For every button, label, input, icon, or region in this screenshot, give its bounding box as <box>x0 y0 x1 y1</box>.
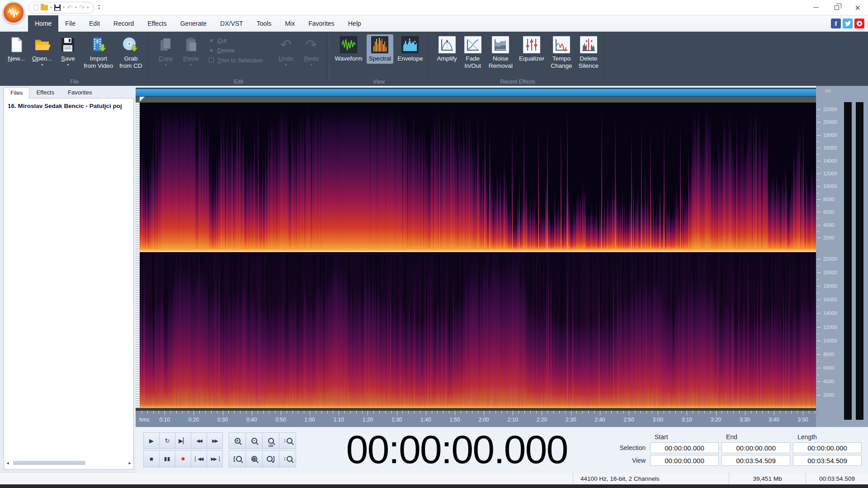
redo-dropdown-arrow-icon[interactable]: ▾ <box>87 5 89 9</box>
ribbon-button-tempo-change[interactable]: Tempo Change <box>548 34 574 70</box>
dropdown-arrow-icon[interactable]: ▾ <box>67 63 69 67</box>
ribbon-button-grab-from-cd[interactable]: Grab from CD <box>117 34 144 70</box>
twitter-icon[interactable] <box>843 19 853 28</box>
menu-tab-record[interactable]: Record <box>107 15 141 32</box>
ribbon-button-delete[interactable]: ×Delete <box>208 47 269 54</box>
save-icon[interactable] <box>54 5 61 11</box>
loop-button[interactable]: ↻ <box>159 432 175 449</box>
ribbon-button-save[interactable]: Save▾ <box>56 34 80 68</box>
new-document-icon[interactable] <box>34 5 38 10</box>
youtube-icon[interactable] <box>854 19 864 28</box>
zoom-vertical-out-button[interactable]: ↕ <box>279 450 296 467</box>
marker-strip[interactable] <box>136 97 816 103</box>
zoom-selection-start-button[interactable]: [ <box>229 450 246 467</box>
customize-toolbar-icon[interactable]: ▾ <box>98 5 100 10</box>
go-to-end-button[interactable]: ▶▶▕ <box>207 450 223 467</box>
ribbon-button-spectral[interactable]: Spectral <box>367 34 394 64</box>
menu-tab-generate[interactable]: Generate <box>174 15 213 32</box>
dropdown-arrow-icon[interactable]: ▾ <box>41 63 43 67</box>
redo-icon[interactable]: ↷ <box>79 4 85 11</box>
undo-icon[interactable]: ↶ <box>67 4 73 11</box>
restore-button[interactable] <box>826 0 847 15</box>
ribbon-button-waveform[interactable]: Waveform <box>333 34 365 64</box>
dropdown-arrow-icon[interactable]: ▾ <box>190 63 192 67</box>
menu-tab-mix[interactable]: Mix <box>278 15 302 32</box>
dropdown-arrow-icon[interactable]: ▾ <box>285 63 287 67</box>
view-length-value[interactable]: 00:03:54.509 <box>793 455 862 466</box>
stop-button[interactable]: ■ <box>143 450 160 467</box>
playhead-marker-icon[interactable] <box>140 97 145 102</box>
ribbon-button-noise-removal[interactable]: Noise Removal <box>486 34 515 70</box>
ribbon-button-fade-in-out[interactable]: Fade In/Out <box>461 34 485 70</box>
save-dropdown-arrow-icon[interactable]: ▾ <box>63 5 65 9</box>
play-to-end-button[interactable]: ▶▏ <box>175 432 191 449</box>
facebook-icon[interactable]: f <box>831 19 841 28</box>
sidebar-tab-favorites[interactable]: Favorites <box>61 87 99 98</box>
ribbon-button-copy[interactable]: Copy▾ <box>154 34 178 68</box>
ribbon-button-trim-to-selection[interactable]: Trim to Selection <box>208 57 269 64</box>
dropdown-arrow-icon[interactable]: ▾ <box>311 63 312 67</box>
ribbon-button-undo[interactable]: ↶Undo▾ <box>274 34 298 68</box>
frequency-label: 14000 <box>823 310 837 316</box>
selection-length-value[interactable]: 00:00:00.000 <box>793 442 862 453</box>
dropdown-arrow-icon[interactable]: ▾ <box>165 63 167 67</box>
scroll-right-icon[interactable]: ▸ <box>127 460 132 465</box>
record-button[interactable]: ● <box>175 450 191 467</box>
fast-forward-button[interactable]: ▶▶ <box>207 432 223 449</box>
ribbon-button-redo[interactable]: ↷Redo▾ <box>300 34 323 68</box>
zoom-100-button[interactable]: 100 <box>262 432 279 449</box>
scroll-left-icon[interactable]: ◂ <box>5 460 10 465</box>
view-end-value[interactable]: 00:03:54.509 <box>722 455 790 466</box>
zoom-selection-button[interactable]: ⊕ <box>245 450 263 467</box>
ribbon-button-amplify[interactable]: Amplify <box>434 34 459 64</box>
ribbon-button-open[interactable]: Open...▾ <box>30 34 54 68</box>
pause-button[interactable]: ▮▮ <box>159 450 175 467</box>
scrollbar-thumb[interactable] <box>13 461 85 465</box>
ribbon-button-import-from-video[interactable]: Import from Video <box>81 34 115 70</box>
zoom-in-button[interactable]: + <box>229 432 246 449</box>
file-list-hscrollbar[interactable]: ◂ ▸ <box>4 460 133 466</box>
spectrogram-right-channel[interactable] <box>136 252 816 408</box>
menu-tab-dx-vst[interactable]: DX/VST <box>213 15 250 32</box>
menu-tab-tools[interactable]: Tools <box>250 15 278 32</box>
time-ruler[interactable]: hms 0:100:200:300:400:501:001:101:201:30… <box>136 411 816 427</box>
zoom-out-button[interactable]: − <box>245 432 263 449</box>
ribbon-button-cut[interactable]: ×Cut <box>208 37 269 44</box>
view-start-value[interactable]: 00:00:00.000 <box>650 455 719 466</box>
menu-tab-favorites[interactable]: Favorites <box>302 15 341 32</box>
selection-start-value[interactable]: 00:00:00.000 <box>650 442 719 453</box>
app-logo-icon[interactable] <box>2 1 25 24</box>
frequency-minor-tick <box>817 293 819 293</box>
ribbon-button-envelope[interactable]: Envelope <box>395 34 425 64</box>
menu-bar: HomeFileEditRecordEffectsGenerateDX/VSTT… <box>0 15 868 32</box>
ruler-minor-tick <box>147 411 148 413</box>
zoom-selection-end-button[interactable]: ] <box>262 450 279 467</box>
play-button[interactable]: ▶ <box>143 432 160 449</box>
sidebar-tab-effects[interactable]: Effects <box>29 87 61 98</box>
open-folder-icon[interactable] <box>41 5 48 10</box>
close-button[interactable]: × <box>847 0 868 15</box>
go-to-start-button[interactable]: ▏◀◀ <box>191 450 207 467</box>
ruler-major-tick <box>571 411 571 415</box>
spectrogram-left-channel[interactable] <box>136 103 816 251</box>
ribbon-button-paste[interactable]: Paste▾ <box>179 34 203 68</box>
ruler-major-tick <box>252 411 252 415</box>
menu-tab-file[interactable]: File <box>58 15 82 32</box>
selection-end-value[interactable]: 00:00:00.000 <box>722 442 790 453</box>
menu-tab-help[interactable]: Help <box>341 15 368 32</box>
zoom-vertical-button[interactable]: ↕ <box>279 432 296 449</box>
file-list-item[interactable]: 16. Miroslav Sedak Bencic - Patuljci poj <box>4 101 133 111</box>
transport-panel: ▶↻▶▏◀◀▶▶+−100↕■▮▮●▏◀◀▶▶▕[⊕]↕ <box>144 432 302 467</box>
minimize-button[interactable] <box>806 0 826 15</box>
rewind-button[interactable]: ◀◀ <box>191 432 207 449</box>
menu-tab-effects[interactable]: Effects <box>141 15 174 32</box>
undo-dropdown-arrow-icon[interactable]: ▾ <box>75 5 77 9</box>
sidebar-tab-files[interactable]: Files <box>4 87 29 99</box>
ribbon-button-delete-silence[interactable]: Delete Silence <box>576 34 601 70</box>
menu-tab-edit[interactable]: Edit <box>82 15 107 32</box>
open-dropdown-arrow-icon[interactable]: ▾ <box>50 5 52 9</box>
overview-scroll-bar[interactable] <box>136 88 816 97</box>
ribbon-button-equalizer[interactable]: Equalizer <box>517 34 547 64</box>
menu-tab-home[interactable]: Home <box>28 15 58 32</box>
ribbon-button-new[interactable]: New... <box>5 34 28 64</box>
